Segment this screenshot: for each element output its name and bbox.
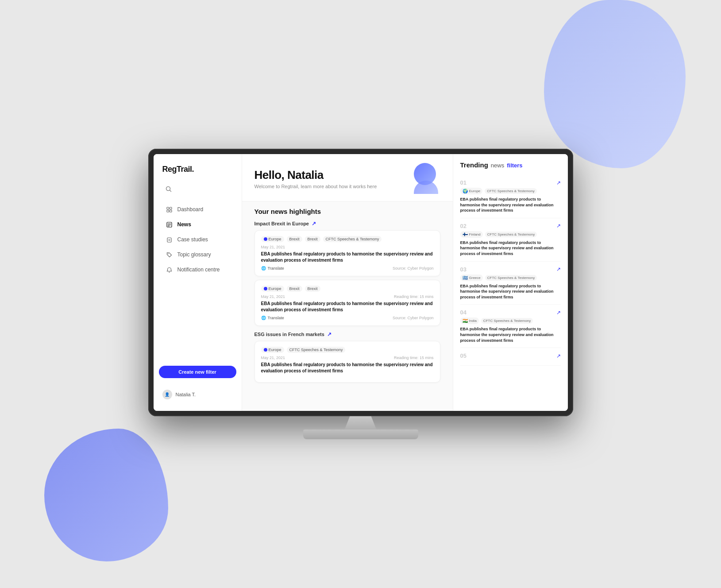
trending-tags-1: 🌍 Europe CFTC Speeches & Testemony xyxy=(460,188,561,194)
trending-arrow-4[interactable]: ↗ xyxy=(556,309,561,316)
case-icon xyxy=(166,236,173,243)
trending-tags-3: 🇬🇷 Greece CFTC Speeches & Testemony xyxy=(460,275,561,281)
filter-label-text-1: Impact Brexit in Europe xyxy=(254,221,309,226)
trending-arrow-5[interactable]: ↗ xyxy=(556,353,561,359)
sidebar-item-label-notification-centre: Notification centre xyxy=(177,267,220,273)
tag-cftc-1: CFTC Speeches & Testemony xyxy=(323,236,382,242)
trending-num-1: 01 xyxy=(460,179,467,186)
create-new-filter-button[interactable]: Create new filter xyxy=(159,366,236,378)
sidebar: RegTrail. xyxy=(154,154,242,411)
trending-item-2[interactable]: 02 ↗ 🇫🇮 Finland CFTC Speeches & Testemon… xyxy=(460,218,561,262)
trending-num-4: 04 xyxy=(460,309,467,316)
trending-item-header-3: 03 ↗ xyxy=(460,266,561,273)
trending-region-3: 🇬🇷 Greece xyxy=(460,275,483,281)
trending-arrow-1[interactable]: ↗ xyxy=(556,180,561,186)
grid-icon xyxy=(166,206,173,213)
trending-num-2: 02 xyxy=(460,223,467,229)
translate-label-1: Translate xyxy=(268,266,284,271)
sidebar-item-label-news: News xyxy=(177,221,191,228)
trending-arrow-2[interactable]: ↗ xyxy=(556,223,561,229)
card-1-date: May 21, 2021 xyxy=(261,245,434,249)
card-1-source: Source: Cyber Polygon xyxy=(393,266,434,271)
hero-text: Hello, Natalia Welcome to Regtrail, lear… xyxy=(254,168,377,189)
trending-region-2: 🇫🇮 Finland xyxy=(460,231,483,238)
monitor: RegTrail. xyxy=(148,149,573,439)
tag-europe-2: Europe xyxy=(261,286,284,292)
trending-item-header-2: 02 ↗ xyxy=(460,223,561,229)
card-1-title: EBA publishes final regulatory products … xyxy=(261,251,434,263)
trending-panel: Trending news filters 01 ↗ 🌍 Europe xyxy=(453,154,568,411)
card-3-title: EBA publishes final regulatory products … xyxy=(261,362,434,374)
nav-items: Dashboard News xyxy=(154,202,242,359)
filter-group-2: ESG issues in French markets ↗ Europe CF… xyxy=(254,331,440,383)
trending-filters-link[interactable]: filters xyxy=(507,162,522,169)
trending-arrow-3[interactable]: ↗ xyxy=(556,266,561,272)
tag-icon xyxy=(166,251,173,258)
trending-item-header-4: 04 ↗ xyxy=(460,309,561,316)
trending-item-1[interactable]: 01 ↗ 🌍 Europe CFTC Speeches & Testemony … xyxy=(460,175,561,218)
sidebar-item-notification-centre[interactable]: Notification centre xyxy=(157,263,238,277)
trending-item-4[interactable]: 04 ↗ 🇮🇳 India CFTC Speeches & Testemony … xyxy=(460,305,561,348)
translate-icon-1: 🌐 xyxy=(261,266,266,271)
sidebar-item-case-studies[interactable]: Case studies xyxy=(157,232,238,247)
card-2-tags: Europe Brexit Brexit xyxy=(261,286,434,292)
tag-europe: Europe xyxy=(261,236,284,242)
news-card-1[interactable]: Europe Brexit Brexit CFTC Speeches & Tes… xyxy=(254,230,440,276)
svg-point-10 xyxy=(169,239,170,240)
news-card-2[interactable]: Europe Brexit Brexit May 21, 2021 Readin… xyxy=(254,280,440,326)
scene: RegTrail. xyxy=(0,0,721,588)
tag-brexit-2: Brexit xyxy=(305,236,320,242)
card-2-date-text: May 21, 2021 xyxy=(261,294,285,299)
tag-europe-3: Europe xyxy=(261,347,284,353)
search-button[interactable] xyxy=(162,183,175,195)
monitor-stand-base xyxy=(303,429,418,439)
tag-brexit-4: Brexit xyxy=(305,286,320,292)
trending-text-3: EBA publishes final regulatory products … xyxy=(460,283,561,300)
sidebar-item-label-dashboard: Dashboard xyxy=(177,206,204,213)
sidebar-item-label-case-studies: Case studies xyxy=(177,236,208,243)
sidebar-item-dashboard[interactable]: Dashboard xyxy=(157,202,238,217)
svg-rect-2 xyxy=(167,207,169,209)
trending-item-5[interactable]: 05 ↗ xyxy=(460,348,561,366)
trending-list: 01 ↗ 🌍 Europe CFTC Speeches & Testemony … xyxy=(460,175,561,366)
decorative-blob-bottom xyxy=(44,429,168,561)
trending-category-4: CFTC Speeches & Testemony xyxy=(481,318,533,324)
main-content: Hello, Natalia Welcome to Regtrail, lear… xyxy=(242,154,453,411)
search-icon xyxy=(166,186,172,192)
bell-icon xyxy=(166,266,173,273)
translate-button-1[interactable]: 🌐 Translate xyxy=(261,266,284,271)
external-link-icon-1[interactable]: ↗ xyxy=(312,220,316,227)
filter-label-1: Impact Brexit in Europe ↗ xyxy=(254,220,440,227)
sidebar-item-news[interactable]: News xyxy=(157,217,238,232)
card-3-date-text: May 21, 2021 xyxy=(261,356,285,360)
sidebar-footer: 👤 Natalia T. xyxy=(154,385,242,404)
card-2-date: May 21, 2021 Reading time: 15 mins xyxy=(261,294,434,299)
card-1-date-text: May 21, 2021 xyxy=(261,245,285,249)
filter-label-text-2: ESG issues in French markets xyxy=(254,332,324,337)
news-card-3[interactable]: Europe CFTC Speeches & Testemony May 21,… xyxy=(254,341,440,383)
svg-rect-4 xyxy=(167,210,169,212)
trending-text-1: EBA publishes final regulatory products … xyxy=(460,197,561,213)
sidebar-item-label-topic-glossary: Topic glossary xyxy=(177,251,211,258)
external-link-icon-2[interactable]: ↗ xyxy=(327,331,332,337)
svg-rect-5 xyxy=(170,210,172,212)
decorative-blob-top xyxy=(544,0,686,168)
card-2-source: Source: Cyber Polygon xyxy=(393,316,434,320)
card-2-footer: 🌐 Translate Source: Cyber Polygon xyxy=(261,316,434,320)
filter-label-2: ESG issues in French markets ↗ xyxy=(254,331,440,337)
svg-point-11 xyxy=(168,253,169,254)
translate-label-2: Translate xyxy=(268,316,284,320)
trending-tags-4: 🇮🇳 India CFTC Speeches & Testemony xyxy=(460,317,561,324)
card-1-tags: Europe Brexit Brexit CFTC Speeches & Tes… xyxy=(261,236,434,242)
filter-group-1: Impact Brexit in Europe ↗ Europe Brexit xyxy=(254,220,440,326)
hero-avatar xyxy=(409,163,440,194)
trending-item-3[interactable]: 03 ↗ 🇬🇷 Greece CFTC Speeches & Testemony… xyxy=(460,262,561,305)
trending-text-2: EBA publishes final regulatory products … xyxy=(460,240,561,257)
monitor-bezel: RegTrail. xyxy=(148,149,573,416)
trending-num-3: 03 xyxy=(460,266,467,273)
card-3-date: May 21, 2021 Reading time: 15 mins xyxy=(261,356,434,360)
trending-category-3: CFTC Speeches & Testemony xyxy=(485,275,537,281)
sidebar-item-topic-glossary[interactable]: Topic glossary xyxy=(157,248,238,262)
trending-text-4: EBA publishes final regulatory products … xyxy=(460,326,561,343)
translate-button-2[interactable]: 🌐 Translate xyxy=(261,316,284,320)
